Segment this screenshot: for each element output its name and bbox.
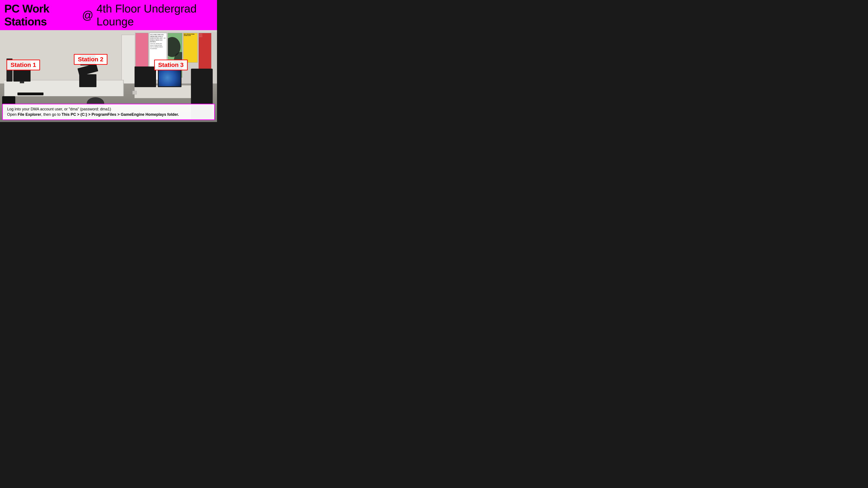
info-box: Log into your DMA account user, or "dma"… [2,104,215,120]
wall-outlet [132,91,137,94]
poster-red-text: SEP 30OCT 29NOV 20 [199,33,211,38]
info-line-2: Open File Explorer, then go to This PC >… [7,112,210,117]
desk-right [134,85,199,98]
info-line-1: Log into your DMA account user, or "dma"… [7,107,210,111]
info-bold-file-explorer: File Explorer [18,112,41,117]
header-bar: PC Work Stations @ 4th Floor Undergrad L… [0,0,217,30]
poster-yellow: MFG PRODUCTIONS GRAND JETÉ [183,33,198,63]
poster-schedule: 10/06 GAIL SWANLUND 10/16-17 NOWCASTING … [150,43,166,50]
header-location: 4th Floor Undergrad Lounge [96,2,213,28]
poster-title: UCLA DMA 10/06 GAIL SWANLUND 10/16-17 NO… [150,34,166,43]
photo-area: UCLA DMA 10/06 GAIL SWANLUND 10/16-17 NO… [0,30,217,122]
info-bold-path: This PC > (C:) > ProgramFiles > GameEngi… [62,112,179,117]
page-wrapper: PC Work Stations @ 4th Floor Undergrad L… [0,0,217,122]
monitor-small-station2 [79,74,96,87]
station-1-label: Station 1 [6,60,40,70]
monitor-left-station3 [134,66,156,87]
station-3-label: Station 3 [154,60,188,70]
keyboard-station1 [18,93,43,95]
header-title-bold: PC Work Stations [4,2,79,28]
header-at-symbol: @ [79,9,96,22]
station-2-label: Station 2 [74,54,107,65]
poster-mfg-text: MFG PRODUCTIONS GRAND JETÉ [184,34,197,36]
